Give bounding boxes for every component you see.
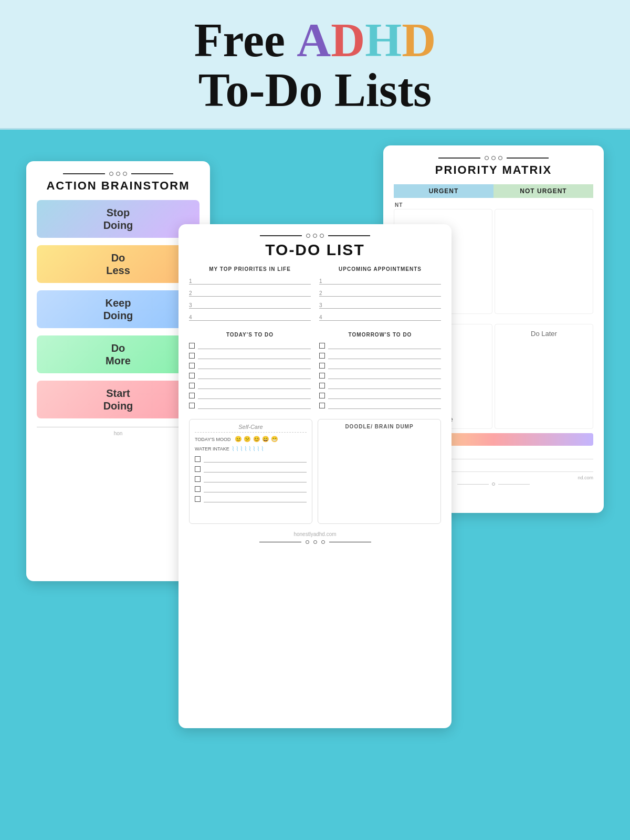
pm-deco-circle-3	[498, 156, 502, 160]
todo-deco-circle-2	[313, 234, 317, 238]
drop-1: ⌇	[232, 445, 235, 453]
today-checkbox-1[interactable]	[189, 343, 195, 349]
todo-card: TO-DO LIST My TOP PRIORITES IN LIFE 1 2 …	[178, 224, 452, 728]
today-checkbox-5[interactable]	[189, 383, 195, 388]
today-section: TODAY'S TO DO	[189, 332, 311, 412]
brainstorm-item-more: DoMore	[37, 335, 200, 373]
today-title: TODAY'S TO DO	[189, 332, 311, 338]
pm-footer-line-left	[457, 484, 489, 485]
mood-emojis: 😐 😕 😊 😄 😁	[235, 436, 278, 443]
tmrw-cb-6	[319, 392, 441, 399]
todo-header-deco	[189, 234, 441, 238]
today-cb-line-6	[198, 392, 311, 399]
sc-cb-line-4	[204, 485, 307, 492]
brainstorm-item-less: DoLess	[37, 245, 200, 283]
deco-circle-3	[123, 172, 127, 176]
tmrw-cb-3	[319, 362, 441, 369]
free-text: Free	[194, 14, 297, 66]
tmrw-cb-1	[319, 342, 441, 349]
brainstorm-footer: hon	[37, 427, 200, 436]
tmrw-cb-line-2	[328, 352, 441, 359]
tmrw-checkbox-6[interactable]	[319, 393, 325, 398]
appt-line-1: 1	[319, 276, 441, 285]
sc-cb-line-1	[204, 455, 307, 463]
pm-columns: URGENT NOT URGENT	[394, 184, 593, 198]
today-checkbox-3[interactable]	[189, 363, 195, 369]
tmrw-checkbox-4[interactable]	[319, 373, 325, 379]
deco-circle-2	[116, 172, 120, 176]
sc-cb-5	[195, 495, 307, 502]
today-cb-line-4	[198, 372, 311, 379]
appt-line-2: 2	[319, 288, 441, 297]
tomorrow-section: TOMORROW'S TO DO	[319, 332, 441, 412]
tmrw-cb-4	[319, 372, 441, 379]
todo-deco-circle-1	[306, 234, 310, 238]
sc-checkbox-5[interactable]	[195, 496, 201, 502]
pm-deco-circle-1	[485, 156, 489, 160]
doodle-title: DOODLE/ BRAIN DUMP	[322, 424, 436, 429]
selfcare-section: Self-Care TODAY'S MOOD 😐 😕 😊 😄 😁 WATER I…	[189, 419, 312, 524]
todo-footer-deco	[189, 540, 441, 544]
sc-cb-1	[195, 455, 307, 463]
tmrw-cb-line-5	[328, 382, 441, 389]
brainstorm-header-deco	[37, 172, 200, 176]
tmrw-checkbox-1[interactable]	[319, 343, 325, 349]
deco-line-right	[131, 173, 173, 174]
tmrw-cb-5	[319, 382, 441, 389]
priority-header-deco	[394, 156, 593, 160]
water-label: WATER INTAKE	[195, 446, 229, 452]
priorities-section: My TOP PRIORITES IN LIFE 1 2 3 4	[189, 266, 311, 324]
drop-5: ⌇	[248, 445, 251, 453]
sc-checkbox-1[interactable]	[195, 456, 201, 462]
today-checkbox-2[interactable]	[189, 353, 195, 359]
mood-label: TODAY'S MOOD	[195, 437, 230, 442]
brainstorm-item-keep: KeepDoing	[37, 290, 200, 328]
adhd-d2: D	[402, 14, 436, 66]
deco-line-left	[63, 173, 105, 174]
sc-checkbox-4[interactable]	[195, 486, 201, 492]
today-checkbox-4[interactable]	[189, 373, 195, 379]
todo-footer: honestlyadhd.com	[189, 531, 441, 537]
today-checkbox-6[interactable]	[189, 393, 195, 398]
tmrw-checkbox-2[interactable]	[319, 353, 325, 359]
priority-line-1: 1	[189, 276, 311, 285]
today-checkbox-7[interactable]	[189, 403, 195, 408]
tmrw-checkbox-5[interactable]	[319, 383, 325, 388]
appt-line-3: 3	[319, 300, 441, 309]
todo-deco-circles	[306, 234, 324, 238]
drop-7: ⌇	[257, 445, 260, 453]
sc-checkbox-2[interactable]	[195, 466, 201, 472]
brainstorm-item-start: StartDoing	[37, 381, 200, 418]
today-cb-1	[189, 342, 311, 349]
selfcare-title: Self-Care	[195, 424, 307, 433]
sc-cb-line-3	[204, 475, 307, 482]
priorities-title: My TOP PRIORITES IN LIFE	[189, 266, 311, 272]
priority-line-3: 3	[189, 300, 311, 309]
mood-row: TODAY'S MOOD 😐 😕 😊 😄 😁	[195, 436, 307, 443]
today-cb-line-2	[198, 352, 311, 359]
todo-deco-line-right	[328, 235, 370, 236]
pm-deco-circles	[485, 156, 502, 160]
priority-line-2: 2	[189, 288, 311, 297]
sc-cb-2	[195, 465, 307, 472]
todo-footer-circle-1	[306, 540, 309, 544]
priority-line-4: 4	[189, 312, 311, 321]
today-cb-5	[189, 382, 311, 389]
drop-8: ⌇	[261, 445, 264, 453]
sc-checkbox-3[interactable]	[195, 476, 201, 482]
today-cb-7	[189, 402, 311, 409]
todo-deco-circle-3	[320, 234, 324, 238]
tmrw-checkbox-3[interactable]	[319, 363, 325, 369]
tmrw-cb-7	[319, 402, 441, 409]
tmrw-cb-line-3	[328, 362, 441, 369]
todo-title: TO-DO LIST	[189, 241, 441, 259]
sc-cb-line-5	[204, 495, 307, 502]
pm-cell-schedule	[495, 209, 593, 314]
tmrw-cb-2	[319, 352, 441, 359]
tmrw-checkbox-7[interactable]	[319, 403, 325, 408]
adhd-a: A	[297, 14, 331, 66]
today-cb-6	[189, 392, 311, 399]
todo-footer-line-right	[329, 542, 371, 543]
pm-footer-line-right	[498, 484, 530, 485]
header: Free ADHD To-Do Lists	[0, 0, 630, 130]
